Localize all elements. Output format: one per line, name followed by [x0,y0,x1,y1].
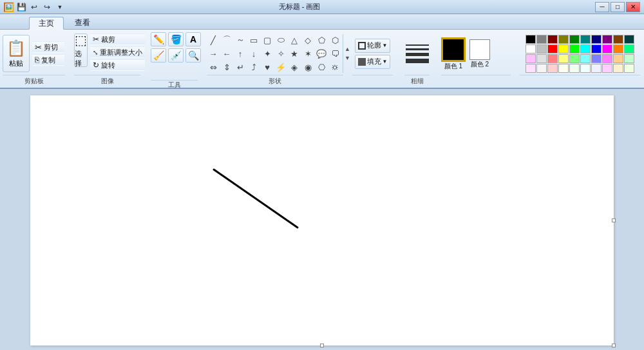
palette-color-r4c7[interactable] [591,64,601,73]
quick-access-dropdown[interactable]: ▼ [54,1,66,13]
color2-swatch[interactable] [469,39,490,60]
shape-custom1[interactable]: ◈ [288,61,301,73]
shape-arrow-4[interactable]: ✦ [261,47,274,60]
paste-button[interactable]: 📋 粘贴 [3,35,30,72]
shape-arrow-dbl-v[interactable]: ⇕ [220,61,233,73]
fill-mode-button[interactable]: 填充 ▼ [355,55,391,69]
palette-color-r1c1[interactable] [526,35,536,44]
shape-round-rect[interactable]: ▢ [261,34,274,46]
shape-arrow-down[interactable]: ↓ [247,47,260,60]
shape-custom2[interactable]: ◉ [301,61,314,73]
tab-main[interactable]: 主页 [29,17,64,30]
shape-custom3[interactable]: ⎔ [315,61,328,73]
palette-color-r4c6[interactable] [580,64,591,73]
palette-color-r2c10[interactable] [624,44,634,53]
palette-color-r3c2[interactable] [536,54,547,63]
stroke-line-3[interactable] [406,53,429,56]
palette-color-r4c5[interactable] [569,64,580,73]
palette-color-r2c8[interactable] [602,44,612,53]
shape-line[interactable]: ╱ [207,34,220,46]
copy-button[interactable]: ⎘ 复制 [32,54,64,66]
select-button[interactable]: ⬚ 选择 [74,34,88,67]
palette-color-r1c9[interactable] [613,35,623,44]
shape-custom4[interactable]: ⛭ [328,61,341,73]
shape-arrow-up[interactable]: ↑ [234,47,247,60]
color1-swatch[interactable] [441,37,466,62]
fill-button[interactable]: 🪣 [168,32,184,46]
outline-button[interactable]: 轮廓 ▼ [355,39,391,53]
eyedropper-button[interactable]: 💉 [168,48,184,63]
palette-color-r2c6[interactable] [580,44,591,53]
quick-redo-button[interactable]: ↪ [41,1,53,13]
palette-color-r3c10[interactable] [624,54,634,63]
quick-undo-button[interactable]: ↩ [28,1,40,13]
quick-save-button[interactable]: 💾 [15,1,27,13]
palette-color-r3c9[interactable] [613,54,623,63]
pencil-button[interactable]: ✏️ [151,32,166,46]
palette-color-r2c3[interactable] [547,44,558,53]
shape-rect[interactable]: ▭ [247,34,260,46]
palette-color-r1c10[interactable] [624,35,634,44]
palette-color-r3c1[interactable] [526,54,536,63]
rotate-button[interactable]: ↻ 旋转 [90,59,145,71]
close-button[interactable]: ✕ [626,2,640,12]
resize-button[interactable]: ⤡ 重新调整大小 [90,46,145,58]
tab-view[interactable]: 查看 [65,16,100,29]
shape-freeform[interactable]: ～ [234,34,247,46]
palette-color-r3c5[interactable] [569,54,580,63]
palette-color-r2c2[interactable] [536,44,547,53]
stroke-line-1[interactable] [406,44,429,46]
palette-color-r3c8[interactable] [602,54,612,63]
palette-color-r1c2[interactable] [536,35,547,44]
shape-u-arrow[interactable]: ⤴ [247,61,260,73]
shape-callout-round[interactable]: 🗨 [328,47,341,60]
palette-color-r4c2[interactable] [536,64,547,73]
palette-color-r4c9[interactable] [613,64,623,73]
palette-color-r4c4[interactable] [558,64,569,73]
shape-callout-rect[interactable]: 💬 [315,47,328,60]
crop-button[interactable]: ✂ 裁剪 [90,34,145,45]
palette-color-r2c1[interactable] [526,44,536,53]
palette-color-r2c7[interactable] [591,44,601,53]
palette-color-r4c10[interactable] [624,64,634,73]
palette-color-r1c7[interactable] [591,35,601,44]
shape-arrow-dbl[interactable]: ⇔ [207,61,220,73]
resize-handle-bottom[interactable] [320,344,324,347]
palette-color-r1c3[interactable] [547,35,558,44]
shape-bend-arrow[interactable]: ↵ [234,61,247,73]
palette-color-r1c5[interactable] [569,35,580,44]
cut-button[interactable]: ✂ 剪切 [32,41,64,53]
palette-color-r3c7[interactable] [591,54,601,63]
shape-curve[interactable]: ⌒ [220,34,233,46]
palette-color-r2c4[interactable] [558,44,569,53]
stroke-line-2[interactable] [406,48,429,50]
shape-triangle[interactable]: △ [288,34,301,46]
stroke-line-4[interactable] [406,59,429,63]
palette-color-r1c6[interactable] [580,35,591,44]
resize-handle-bottom-right[interactable] [612,344,616,347]
canvas-container[interactable] [0,89,644,350]
shape-ellipse[interactable]: ⬭ [274,34,287,46]
palette-color-r4c8[interactable] [602,64,612,73]
palette-color-r2c9[interactable] [613,44,623,53]
palette-color-r4c1[interactable] [526,64,536,73]
palette-color-r3c4[interactable] [558,54,569,63]
shape-pentagon[interactable]: ⬠ [315,34,328,46]
palette-color-r4c3[interactable] [547,64,558,73]
text-button[interactable]: A [185,32,201,46]
shape-arrow-right[interactable]: → [207,47,220,60]
paint-canvas[interactable] [30,95,614,345]
shape-arrow-left[interactable]: ← [220,47,233,60]
shape-lightning[interactable]: ⚡ [274,61,287,73]
shape-heart[interactable]: ♥ [261,61,274,73]
maximize-button[interactable]: □ [611,2,625,12]
minimize-button[interactable]: ─ [595,2,609,12]
shape-diamond[interactable]: ◇ [301,34,314,46]
palette-color-r3c3[interactable] [547,54,558,63]
shape-star4[interactable]: ✧ [274,47,287,60]
resize-handle-right[interactable] [612,219,616,222]
palette-color-r3c6[interactable] [580,54,591,63]
shape-star5[interactable]: ★ [288,47,301,60]
palette-color-r2c5[interactable] [569,44,580,53]
zoom-button[interactable]: 🔍 [185,48,201,63]
